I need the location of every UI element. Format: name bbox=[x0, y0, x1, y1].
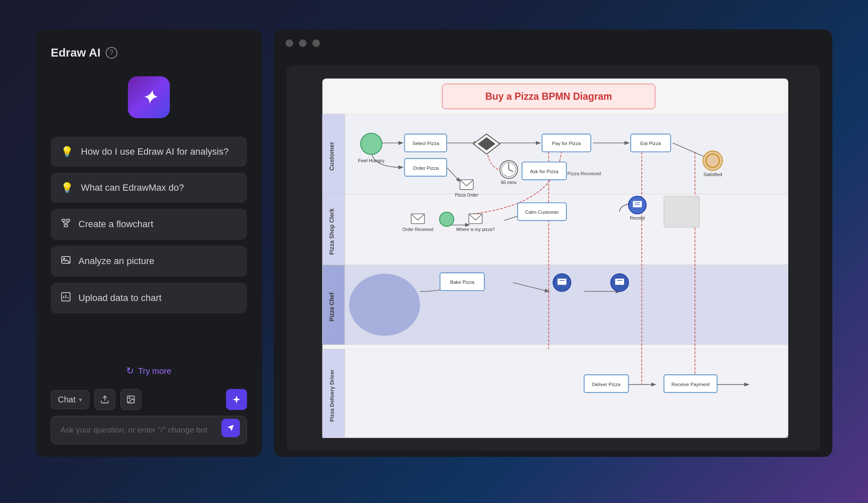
suggestion-flowchart[interactable]: Create a flowchart bbox=[51, 209, 247, 240]
chat-mode-row: Chat ▾ bbox=[51, 389, 247, 410]
bulb-icon-2: 💡 bbox=[61, 182, 73, 194]
node-60mins: 60 mins bbox=[501, 180, 517, 185]
svg-point-58 bbox=[439, 212, 454, 226]
logo-container: ✦ bbox=[128, 76, 170, 118]
svg-rect-25 bbox=[322, 349, 788, 438]
svg-rect-68 bbox=[558, 279, 567, 285]
svg-point-15 bbox=[129, 397, 130, 399]
svg-rect-65 bbox=[664, 196, 699, 227]
ai-action-button[interactable] bbox=[226, 389, 247, 410]
suggestion-text-3: Create a flowchart bbox=[78, 219, 153, 230]
lane-chef: Pizza Chef bbox=[329, 293, 335, 322]
suggestion-text-4: Analyze an picture bbox=[78, 256, 154, 267]
chat-mode-dropdown[interactable]: Chat ▾ bbox=[51, 390, 89, 409]
svg-rect-71 bbox=[615, 279, 624, 285]
diagram-content: Buy a Pizza BPMN Diagram Customer Pizza … bbox=[274, 57, 832, 457]
suggestion-analyze-picture[interactable]: Analyze an picture bbox=[51, 246, 247, 277]
try-more-label: Try more bbox=[138, 366, 171, 376]
right-panel: Buy a Pizza BPMN Diagram Customer Pizza … bbox=[274, 29, 832, 457]
node-satisfied: Satisfied bbox=[703, 171, 722, 177]
svg-rect-0 bbox=[62, 219, 65, 221]
suggestion-upload-chart[interactable]: Upload data to chart bbox=[51, 283, 247, 314]
suggestion-text-1: How do I use Edraw AI for analysis? bbox=[81, 146, 229, 157]
diagram-card: Buy a Pizza BPMN Diagram Customer Pizza … bbox=[286, 65, 820, 451]
picture-icon bbox=[61, 255, 71, 267]
node-where-pizza-msg: Where is my pizza? bbox=[456, 227, 495, 232]
node-select-pizza: Select Pizza bbox=[413, 140, 440, 146]
node-order-received-msg: Order Received bbox=[402, 227, 433, 232]
left-panel: Edraw AI ? ✦ 💡 How do I use Edraw AI for… bbox=[36, 29, 262, 457]
logo-icon: ✦ bbox=[142, 87, 156, 108]
help-icon[interactable]: ? bbox=[106, 47, 117, 59]
node-receive-payment: Receive Payment bbox=[671, 381, 710, 387]
lane-delivery: Pizza Delivery Driver bbox=[329, 369, 335, 422]
node-pizza-received: Pizza Received bbox=[567, 171, 601, 176]
node-bake-pizza: Bake Pizza bbox=[450, 279, 475, 285]
window-dot-3 bbox=[312, 39, 320, 47]
node-eat-pizza: Eat Pizza bbox=[640, 140, 661, 146]
svg-rect-1 bbox=[67, 219, 70, 221]
node-pizza-order-msg: Pizza Order bbox=[455, 192, 478, 197]
chat-input-placeholder: Ask your question, or enter "/" change b… bbox=[60, 425, 207, 434]
suggestion-edrawmax[interactable]: 💡 What can EdrawMax do? bbox=[51, 173, 247, 203]
suggestion-list: 💡 How do I use Edraw AI for analysis? 💡 … bbox=[51, 137, 247, 359]
diagram-title: Buy a Pizza BPMN Diagram bbox=[485, 91, 612, 102]
node-feel-hungry: Feel Hungry bbox=[358, 158, 385, 163]
svg-point-42 bbox=[361, 133, 382, 155]
window-dot-2 bbox=[299, 39, 307, 47]
window-dot-1 bbox=[286, 39, 293, 47]
bpmn-diagram: Buy a Pizza BPMN Diagram Customer Pizza … bbox=[286, 65, 820, 451]
app-container: Edraw AI ? ✦ 💡 How do I use Edraw AI for… bbox=[36, 29, 832, 474]
try-more-button[interactable]: ↻ Try more bbox=[126, 366, 171, 376]
node-receipt: Receipt bbox=[630, 215, 645, 220]
flowchart-icon bbox=[61, 218, 71, 231]
node-ask-pizza: Ask for Pizza bbox=[530, 169, 559, 174]
send-button[interactable] bbox=[221, 419, 240, 437]
node-pay-pizza: Pay for Pizza bbox=[552, 140, 581, 146]
refresh-icon: ↻ bbox=[126, 366, 134, 376]
suggestion-analysis[interactable]: 💡 How do I use Edraw AI for analysis? bbox=[51, 137, 247, 167]
svg-rect-2 bbox=[64, 225, 68, 227]
svg-point-24 bbox=[349, 274, 420, 336]
chevron-down-icon: ▾ bbox=[79, 396, 82, 404]
window-controls bbox=[274, 29, 832, 57]
panel-header: Edraw AI ? bbox=[51, 46, 117, 60]
lane-shop-clerk: Pizza Shop Clerk bbox=[329, 208, 335, 255]
svg-point-56 bbox=[706, 154, 720, 167]
node-calm-customer: Calm Customer bbox=[525, 209, 559, 215]
panel-title: Edraw AI bbox=[51, 46, 101, 60]
suggestion-text-2: What can EdrawMax do? bbox=[81, 182, 184, 193]
node-order-pizza: Order Pizza bbox=[413, 165, 439, 171]
chat-mode-label: Chat bbox=[58, 395, 75, 404]
image-upload-button[interactable] bbox=[120, 389, 141, 410]
node-deliver-pizza: Deliver Pizza bbox=[592, 381, 621, 387]
chart-icon bbox=[61, 292, 71, 304]
lane-customer: Customer bbox=[328, 142, 335, 171]
svg-point-8 bbox=[64, 258, 65, 259]
attach-button[interactable] bbox=[94, 389, 115, 410]
chat-controls: Chat ▾ bbox=[51, 389, 247, 444]
chat-input-area: Ask your question, or enter "/" change b… bbox=[51, 416, 247, 444]
bulb-icon-1: 💡 bbox=[61, 146, 73, 158]
svg-rect-62 bbox=[633, 201, 642, 207]
suggestion-text-5: Upload data to chart bbox=[78, 293, 161, 303]
